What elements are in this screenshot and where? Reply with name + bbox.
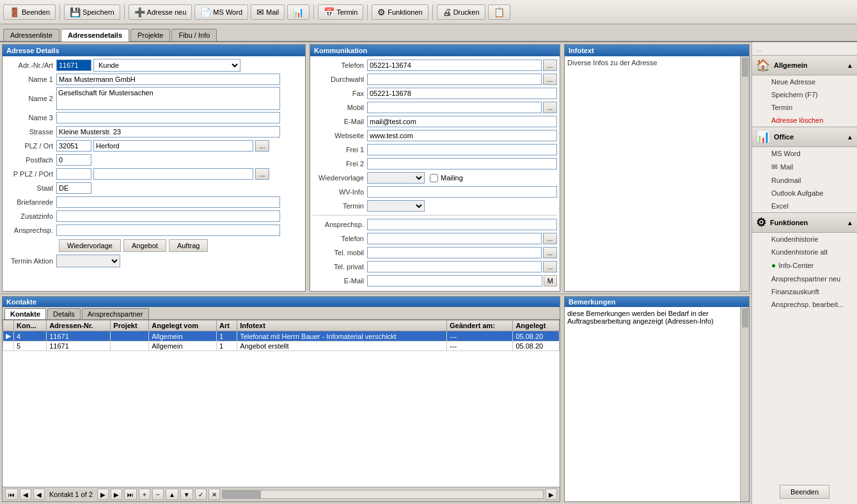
mailing-checkbox[interactable] bbox=[430, 174, 438, 182]
telefon-input[interactable] bbox=[367, 59, 542, 71]
tel-mobil-input[interactable] bbox=[367, 247, 542, 258]
sidebar-item-mail[interactable]: ✉ Mail bbox=[752, 160, 857, 174]
nav-cancel-btn[interactable]: ✕ bbox=[208, 489, 220, 500]
nav-add-btn[interactable]: + bbox=[139, 489, 150, 500]
telefon-ellipsis-btn[interactable]: ... bbox=[543, 59, 557, 71]
sidebar-section-funktionen[interactable]: ⚙ Funktionen ▲ bbox=[752, 212, 857, 233]
table-row[interactable]: 5 11671 Allgemein 1 Angebot erstellt ---… bbox=[3, 342, 560, 351]
postfach-input[interactable] bbox=[56, 154, 91, 166]
extra-button[interactable]: 📋 bbox=[488, 4, 510, 20]
nav-down-btn[interactable]: ▼ bbox=[180, 489, 193, 500]
ktab-ansprechspartner[interactable]: Ansprechspartner bbox=[82, 308, 149, 319]
plz-ellipsis-button[interactable]: ... bbox=[255, 140, 269, 152]
tel-mobil-ellipsis-btn[interactable]: ... bbox=[543, 247, 557, 258]
email-input[interactable] bbox=[367, 116, 557, 127]
mail-button[interactable]: ✉ Mail bbox=[251, 4, 285, 20]
col-projekt[interactable]: Projekt bbox=[111, 320, 149, 331]
ktab-kontakte[interactable]: Kontakte bbox=[4, 308, 46, 319]
wiedervorlage-select[interactable] bbox=[367, 172, 425, 184]
sidebar-item-termin[interactable]: Termin bbox=[752, 101, 857, 114]
col-geaendert[interactable]: Geändert am: bbox=[447, 320, 513, 331]
col-adr-nr[interactable]: Adressen-Nr. bbox=[47, 320, 111, 331]
sidebar-item-kundenhistorie-alt[interactable]: Kundenhistorie alt bbox=[752, 246, 857, 258]
nav-next-btn[interactable]: ▶ bbox=[97, 489, 109, 500]
sidebar-item-finanzauskunft[interactable]: Finanzauskunft bbox=[752, 285, 857, 298]
sidebar-item-ansprechspartner-neu[interactable]: Ansprechspartner neu bbox=[752, 272, 857, 285]
sidebar-item-ms-word[interactable]: MS Word bbox=[752, 147, 857, 160]
col-angelegt-vom[interactable]: Angelegt vom bbox=[149, 320, 217, 331]
nav-last-btn[interactable]: ⏭ bbox=[124, 489, 137, 500]
name1-input[interactable] bbox=[56, 74, 280, 85]
staat-input[interactable] bbox=[56, 182, 91, 194]
adr-art-select[interactable]: Kunde bbox=[93, 59, 240, 72]
horizontal-scrollbar[interactable] bbox=[222, 490, 544, 499]
fax-input[interactable] bbox=[367, 88, 557, 99]
email2-m-btn[interactable]: M bbox=[544, 275, 557, 287]
mobil-input[interactable] bbox=[367, 102, 542, 113]
speichern-button[interactable]: 💾 Speichern bbox=[64, 4, 120, 20]
adresse-neu-button[interactable]: ➕ Adresse neu bbox=[129, 4, 193, 20]
nav-scroll-right-btn[interactable]: ▶ bbox=[546, 489, 557, 500]
sidebar-item-excel[interactable]: Excel bbox=[752, 200, 857, 212]
durchwahl-input[interactable] bbox=[367, 74, 542, 85]
tab-fibu-info[interactable]: Fibu / Info bbox=[171, 29, 217, 41]
nav-first-btn[interactable]: ⏮ bbox=[5, 489, 18, 500]
frei2-input[interactable] bbox=[367, 158, 557, 169]
name2-input[interactable]: Gesellschaft für Mustersachen bbox=[56, 87, 280, 110]
col-art[interactable]: Art bbox=[216, 320, 237, 331]
port-ellipsis-button[interactable]: ... bbox=[255, 168, 269, 180]
mobil-ellipsis-btn[interactable]: ... bbox=[543, 102, 557, 113]
tab-adressendetails[interactable]: Adressendetails bbox=[61, 29, 129, 42]
ansprechsp-input[interactable] bbox=[56, 224, 280, 236]
tab-adressenliste[interactable]: Adressenliste bbox=[3, 29, 59, 41]
funktionen-button[interactable]: ⚙ Funktionen bbox=[372, 4, 428, 20]
angebot-button[interactable]: Angebot bbox=[123, 239, 166, 252]
sidebar-item-kundenhistorie[interactable]: Kundenhistorie bbox=[752, 233, 857, 246]
termin-button[interactable]: 📅 Termin bbox=[318, 4, 363, 20]
telefon2-ellipsis-btn[interactable]: ... bbox=[543, 233, 557, 244]
tab-projekte[interactable]: Projekte bbox=[130, 29, 170, 41]
nav-prev2-btn[interactable]: ◀ bbox=[33, 489, 45, 500]
termin-aktion-select[interactable] bbox=[56, 255, 120, 267]
col-infotext[interactable]: Infotext bbox=[237, 320, 447, 331]
ort-input[interactable] bbox=[93, 140, 253, 152]
sidebar-item-adresse-loeschen[interactable]: Adresse löschen bbox=[752, 114, 857, 127]
infotext-textarea[interactable]: Diverse Infos zu der Adresse bbox=[565, 56, 740, 291]
name3-input[interactable] bbox=[56, 112, 280, 123]
termin-select[interactable] bbox=[367, 200, 425, 212]
sidebar-section-office[interactable]: 📊 Office ▲ bbox=[752, 127, 857, 147]
excel-button[interactable]: 📊 bbox=[287, 4, 310, 20]
sidebar-item-speichern[interactable]: Speichern (F7) bbox=[752, 88, 857, 101]
table-row[interactable]: ▶ 4 11671 Allgemein 1 Telefonat mit Herr… bbox=[3, 331, 560, 342]
nav-next2-btn[interactable]: ▶ bbox=[111, 489, 122, 500]
zusatzinfo-input[interactable] bbox=[56, 210, 280, 222]
scrollbar-thumb[interactable] bbox=[223, 491, 261, 498]
beenden-button[interactable]: 🚪 Beenden bbox=[3, 4, 56, 20]
telefon2-input[interactable] bbox=[367, 233, 542, 244]
sidebar-item-info-center[interactable]: ● Info-Center bbox=[752, 258, 857, 272]
col-kon[interactable]: Kon... bbox=[14, 320, 47, 331]
nav-prev-btn[interactable]: ◀ bbox=[20, 489, 31, 500]
email2-input[interactable] bbox=[367, 275, 542, 287]
sidebar-beenden-button[interactable]: Beenden bbox=[780, 485, 829, 499]
adr-nr-input[interactable] bbox=[56, 59, 91, 71]
briefanrede-input[interactable] bbox=[56, 196, 280, 208]
durchwahl-ellipsis-btn[interactable]: ... bbox=[543, 74, 557, 85]
port-input[interactable] bbox=[93, 168, 253, 180]
tel-privat-ellipsis-btn[interactable]: ... bbox=[543, 261, 557, 272]
sidebar-item-neue-adresse[interactable]: Neue Adresse bbox=[752, 75, 857, 88]
webseite-input[interactable] bbox=[367, 130, 557, 141]
nav-remove-btn[interactable]: − bbox=[152, 489, 164, 500]
sidebar-item-ansprechsp-bearbeiten[interactable]: Ansprechsp. bearbeit... bbox=[752, 298, 857, 311]
scroll-thumb[interactable] bbox=[742, 58, 748, 77]
col-angelegt[interactable]: Angelegt bbox=[513, 320, 560, 331]
sidebar-item-rundmail[interactable]: Rundmail bbox=[752, 174, 857, 187]
bemerkungen-textarea[interactable]: diese Bemerkungen werden bei Bedarf in d… bbox=[565, 307, 740, 501]
tel-privat-input[interactable] bbox=[367, 261, 542, 272]
strasse-input[interactable] bbox=[56, 126, 280, 138]
ktab-details[interactable]: Details bbox=[47, 308, 81, 319]
sidebar-item-outlook-aufgabe[interactable]: Outlook Aufgabe bbox=[752, 187, 857, 200]
nav-up-btn[interactable]: ▲ bbox=[166, 489, 178, 500]
pplz-input[interactable] bbox=[56, 168, 91, 180]
plz-input[interactable] bbox=[56, 140, 91, 152]
